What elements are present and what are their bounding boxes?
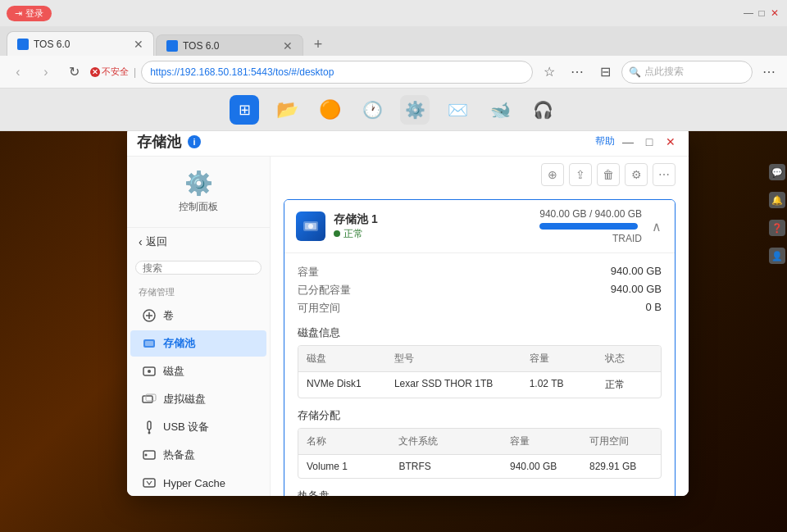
- maximize-button[interactable]: □: [756, 7, 767, 19]
- action-btn-delete[interactable]: 🗑: [597, 163, 620, 186]
- bookmark-button[interactable]: ☆: [538, 61, 561, 84]
- sidebar-item-usb-label: USB 设备: [163, 420, 209, 434]
- disk-icon: [142, 364, 157, 379]
- pool-info: 存储池 1 正常: [334, 212, 531, 241]
- sidebar-item-hotspare[interactable]: 热备盘: [130, 442, 266, 468]
- pool-icon: [142, 336, 157, 351]
- content-area: ⊕ ⇪ 🗑 ⚙ ⋯ 存储池 1: [271, 157, 689, 496]
- disk-table-row-0: NVMe Disk1 Lexar SSD THOR 1TB 1.02 TB 正常: [298, 372, 661, 398]
- sidebar-item-disk[interactable]: 磁盘: [130, 358, 266, 384]
- action-btn-1[interactable]: ⊕: [541, 163, 564, 186]
- forward-button[interactable]: ›: [34, 61, 57, 84]
- action-btn-2[interactable]: ⇪: [569, 163, 592, 186]
- svg-point-9: [148, 432, 151, 434]
- layout-toolbar-icon[interactable]: ⊞: [230, 95, 259, 125]
- pool-card: 存储池 1 正常 940.00 GB / 940.00 GB: [284, 199, 676, 496]
- vdisk-icon: [142, 392, 157, 407]
- refresh-button[interactable]: ↻: [62, 61, 85, 84]
- help-link[interactable]: 帮助: [595, 134, 615, 148]
- sidebar-item-hypercache[interactable]: Hyper Cache: [130, 470, 266, 496]
- sidebar-title: 控制面板: [179, 200, 218, 214]
- capacity-label-text: 容量: [298, 265, 319, 280]
- disk-info-title: 磁盘信息: [298, 325, 662, 340]
- extensions-button[interactable]: ⋯: [757, 61, 780, 84]
- gear-icon: ⚙️: [184, 170, 213, 197]
- disk-col-header-model: 型号: [386, 346, 521, 371]
- right-sidebar-chat-icon[interactable]: 💬: [769, 164, 785, 180]
- headphone-toolbar-icon[interactable]: 🎧: [528, 95, 557, 125]
- back-button[interactable]: ‹: [7, 61, 30, 84]
- svg-point-11: [145, 454, 148, 457]
- appstore-toolbar-icon[interactable]: 🟠: [315, 95, 344, 125]
- back-nav-button[interactable]: ‹ 返回: [127, 228, 270, 256]
- window-restore-btn[interactable]: □: [641, 134, 657, 150]
- settings-toolbar-icon[interactable]: ⚙️: [400, 95, 430, 125]
- alloc-table: 名称 文件系统 容量 可用空间 Volume 1 BTRFS 940.00 GB…: [298, 428, 662, 479]
- action-btn-settings[interactable]: ⚙: [625, 163, 648, 186]
- available-label-text: 可用空间: [298, 301, 340, 316]
- sidebar-search-input[interactable]: [143, 262, 266, 274]
- status-dot: [334, 230, 340, 237]
- right-sidebar-notify-icon[interactable]: 🔔: [769, 192, 785, 208]
- alloc-cell-fs-0: BTRFS: [390, 455, 502, 478]
- svg-rect-5: [143, 396, 152, 402]
- folder-toolbar-icon[interactable]: 📂: [272, 95, 302, 125]
- sidebar-item-pool[interactable]: 存储池: [130, 330, 266, 357]
- disk-cell-model-0: Lexar SSD THOR 1TB: [386, 372, 521, 398]
- menu-button[interactable]: ⋯: [566, 61, 589, 84]
- alloc-cell-avail-0: 829.91 GB: [581, 455, 661, 478]
- pool-card-icon: [296, 211, 325, 241]
- tab1-close[interactable]: ✕: [134, 38, 143, 51]
- sidebar-item-volume[interactable]: 卷: [130, 302, 266, 329]
- disk-table: 磁盘 型号 容量 状态 NVMe Disk1 Lexar SSD THOR 1T…: [298, 345, 662, 398]
- window-minimize-btn[interactable]: —: [620, 134, 636, 150]
- alloc-title: 存储分配: [298, 408, 662, 423]
- window-close-btn[interactable]: ✕: [662, 134, 679, 150]
- tab1-favicon: [17, 39, 29, 50]
- alloc-col-header-name: 名称: [298, 429, 390, 454]
- alloc-table-header: 名称 文件系统 容量 可用空间: [298, 429, 661, 455]
- pool-status-label: 正常: [343, 227, 363, 241]
- mail-toolbar-icon[interactable]: ✉️: [443, 95, 472, 125]
- tab-1[interactable]: TOS 6.0 ✕: [7, 31, 154, 56]
- login-button[interactable]: ⇥ 登录: [7, 6, 52, 21]
- disk-col-header-cap: 容量: [521, 346, 597, 371]
- tab-2[interactable]: TOS 6.0 ✕: [156, 34, 303, 56]
- usb-icon: [142, 420, 157, 434]
- sidebar-item-vdisk[interactable]: 虚拟磁盘: [130, 386, 266, 412]
- storage-section-label: 存储管理: [127, 280, 270, 302]
- alloc-col-header-avail: 可用空间: [581, 429, 661, 454]
- action-btn-more[interactable]: ⋯: [653, 163, 676, 186]
- sidebar-item-vdisk-label: 虚拟磁盘: [163, 392, 206, 407]
- pool-chevron[interactable]: ∧: [650, 217, 663, 236]
- window-titlebar: 存储池 i 帮助 — □ ✕: [127, 127, 689, 157]
- tab2-close[interactable]: ✕: [283, 39, 293, 52]
- allocated-value: 940.00 GB: [611, 283, 662, 298]
- sidebar-item-usb[interactable]: USB 设备: [130, 414, 266, 440]
- right-sidebar-user-icon[interactable]: 👤: [769, 248, 785, 264]
- minimize-button[interactable]: —: [743, 7, 754, 19]
- tab2-favicon: [166, 40, 178, 52]
- close-button[interactable]: ✕: [769, 7, 780, 19]
- capacity-fill: [539, 223, 638, 230]
- sidebar-header: ⚙️ 控制面板: [127, 157, 270, 228]
- docker-toolbar-icon[interactable]: 🐋: [485, 95, 515, 125]
- capacity-value: 940.00 GB: [611, 265, 662, 280]
- separator: |: [134, 66, 136, 78]
- disk-cell-name-0: NVMe Disk1: [298, 372, 386, 398]
- right-sidebar-help-icon[interactable]: ❓: [769, 220, 785, 236]
- disk-col-header-name: 磁盘: [298, 346, 386, 371]
- info-icon[interactable]: i: [188, 135, 201, 148]
- pool-body: 容量 940.00 GB 已分配容量 940.00 GB 可用空间 0 B 磁盘…: [284, 253, 675, 496]
- hypercache-icon: [142, 475, 157, 490]
- pool-capacity-area: 940.00 GB / 940.00 GB TRAID: [539, 208, 642, 244]
- disk-col-header-status: 状态: [597, 346, 661, 371]
- clock-toolbar-icon[interactable]: 🕐: [357, 95, 387, 125]
- sidebar-search-box[interactable]: 🔍: [135, 261, 262, 275]
- new-tab-button[interactable]: +: [307, 33, 330, 56]
- tab-bar: TOS 6.0 ✕ TOS 6.0 ✕ +: [0, 26, 787, 56]
- split-view-button[interactable]: ⊟: [594, 61, 616, 84]
- svg-rect-6: [146, 394, 156, 401]
- search-bar[interactable]: 🔍 点此搜索: [621, 61, 753, 84]
- address-bar[interactable]: https://192.168.50.181:5443/tos/#/deskto…: [141, 61, 533, 84]
